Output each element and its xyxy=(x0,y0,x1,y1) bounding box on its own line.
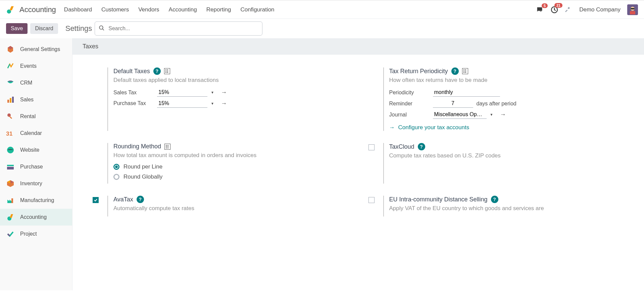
setting-tax-return: Tax Return Periodicity ? How often tax r… xyxy=(368,61,631,137)
config-link-label: Configure your tax accounts xyxy=(398,124,469,131)
periodicity-select[interactable] xyxy=(433,88,500,97)
nav-reporting[interactable]: Reporting xyxy=(206,6,231,13)
setting-desc: How total tax amount is computed in orde… xyxy=(113,152,355,159)
help-icon[interactable]: ? xyxy=(451,67,459,75)
journal-select[interactable] xyxy=(433,110,487,119)
external-link-icon[interactable]: → xyxy=(500,111,506,118)
nav-menu: Dashboard Customers Vendors Accounting R… xyxy=(64,6,275,13)
svg-rect-32 xyxy=(463,71,464,71)
svg-rect-35 xyxy=(465,72,466,73)
sales-tax-label: Sales Tax xyxy=(113,90,157,96)
sidebar-item-general-settings[interactable]: General Settings xyxy=(0,41,72,58)
company-name[interactable]: Demo Company xyxy=(579,6,621,13)
sidebar-item-project[interactable]: Project xyxy=(0,226,72,242)
taxcloud-checkbox[interactable] xyxy=(368,144,375,150)
configure-tax-accounts-link[interactable]: → Configure your tax accounts xyxy=(389,124,469,131)
search-input[interactable] xyxy=(95,21,262,36)
setting-desc: Compute tax rates based on U.S. ZIP code… xyxy=(389,152,631,159)
avatax-checkbox[interactable] xyxy=(93,197,99,203)
discard-button[interactable]: Discard xyxy=(30,23,58,34)
brand[interactable]: Accounting xyxy=(6,5,56,14)
sidebar-item-rental[interactable]: Rental xyxy=(0,108,72,125)
purchase-icon xyxy=(6,162,15,171)
company-scope-icon[interactable] xyxy=(164,68,170,74)
sidebar-item-crm[interactable]: CRM xyxy=(0,75,72,91)
sidebar-item-calendar[interactable]: 31 Calendar xyxy=(0,125,72,142)
calendar-icon: 31 xyxy=(6,129,15,138)
radio-label: Round Globally xyxy=(123,174,162,180)
nav-dashboard[interactable]: Dashboard xyxy=(64,6,92,13)
nav-accounting[interactable]: Accounting xyxy=(169,6,197,13)
sidebar-item-label: Rental xyxy=(20,113,36,119)
radio-round-per-line[interactable]: Round per Line xyxy=(113,163,355,170)
sidebar-item-label: Website xyxy=(20,147,40,153)
svg-rect-24 xyxy=(165,69,166,70)
sidebar-item-manufacturing[interactable]: Manufacturing xyxy=(0,192,72,209)
user-avatar[interactable] xyxy=(627,4,638,15)
external-link-icon[interactable]: → xyxy=(221,89,227,96)
svg-rect-30 xyxy=(463,69,464,70)
gear-icon xyxy=(6,45,15,54)
sidebar-item-label: General Settings xyxy=(20,46,60,52)
search-icon xyxy=(99,25,105,32)
svg-text:31: 31 xyxy=(6,130,13,137)
svg-rect-18 xyxy=(7,167,14,169)
sidebar-item-inventory[interactable]: Inventory xyxy=(0,175,72,192)
sidebar-item-accounting[interactable]: Accounting xyxy=(0,209,72,226)
accounting-icon xyxy=(6,213,15,222)
project-icon xyxy=(6,230,15,238)
svg-rect-34 xyxy=(463,72,464,73)
help-icon[interactable]: ? xyxy=(418,143,425,150)
caret-down-icon[interactable]: ▼ xyxy=(211,91,214,94)
sidebar-item-sales[interactable]: Sales xyxy=(0,91,72,108)
periodicity-label: Periodicity xyxy=(389,90,433,96)
messages-button[interactable]: 5 xyxy=(536,6,544,13)
tools-button[interactable] xyxy=(565,5,573,14)
sidebar-item-events[interactable]: Events xyxy=(0,58,72,75)
help-icon[interactable]: ? xyxy=(153,67,161,75)
activities-button[interactable]: 21 xyxy=(550,6,558,14)
sidebar-item-label: Accounting xyxy=(20,214,47,220)
svg-rect-39 xyxy=(167,146,168,147)
svg-rect-14 xyxy=(9,116,12,119)
caret-down-icon[interactable]: ▼ xyxy=(490,113,493,116)
topbar: Accounting Dashboard Customers Vendors A… xyxy=(0,0,644,19)
radio-label: Round per Line xyxy=(123,163,162,170)
help-icon[interactable]: ? xyxy=(491,196,498,203)
sidebar-item-label: Inventory xyxy=(20,181,42,187)
events-icon xyxy=(6,62,15,70)
purchase-tax-select[interactable] xyxy=(157,99,207,108)
svg-rect-33 xyxy=(465,71,466,71)
svg-rect-41 xyxy=(167,148,168,148)
setting-title: EU Intra-community Distance Selling xyxy=(389,196,488,203)
setting-title: AvaTax xyxy=(113,196,133,203)
main: General Settings Events CRM Sales Rental… xyxy=(0,38,644,290)
nav-customers[interactable]: Customers xyxy=(101,6,129,13)
reminder-input[interactable] xyxy=(433,99,473,108)
radio-round-globally[interactable]: Round Globally xyxy=(113,174,355,180)
svg-rect-12 xyxy=(12,97,14,103)
external-link-icon[interactable]: → xyxy=(221,100,227,107)
sidebar-item-label: Events xyxy=(20,63,37,69)
company-scope-icon[interactable] xyxy=(164,144,170,150)
activities-badge: 21 xyxy=(554,3,562,8)
sidebar-item-purchase[interactable]: Purchase xyxy=(0,158,72,175)
setting-rounding: Rounding Method How total tax amount is … xyxy=(93,137,355,190)
nav-vendors[interactable]: Vendors xyxy=(138,6,159,13)
caret-down-icon[interactable]: ▼ xyxy=(211,102,214,105)
setting-desc: Apply VAT of the EU country to which goo… xyxy=(389,205,631,212)
search-wrap xyxy=(95,21,262,36)
radio-icon xyxy=(113,174,119,180)
sales-tax-select[interactable] xyxy=(157,88,207,97)
purchase-tax-label: Purchase Tax xyxy=(113,100,157,107)
eu-distance-checkbox[interactable] xyxy=(368,197,375,203)
settings-sidebar: General Settings Events CRM Sales Rental… xyxy=(0,38,72,290)
company-scope-icon[interactable] xyxy=(462,68,468,74)
save-button[interactable]: Save xyxy=(6,23,28,34)
svg-rect-29 xyxy=(167,72,168,73)
sidebar-item-website[interactable]: Website xyxy=(0,142,72,158)
svg-rect-4 xyxy=(631,8,635,9)
help-icon[interactable]: ? xyxy=(137,196,144,203)
messages-badge: 5 xyxy=(542,3,548,8)
nav-configuration[interactable]: Configuration xyxy=(240,6,274,13)
